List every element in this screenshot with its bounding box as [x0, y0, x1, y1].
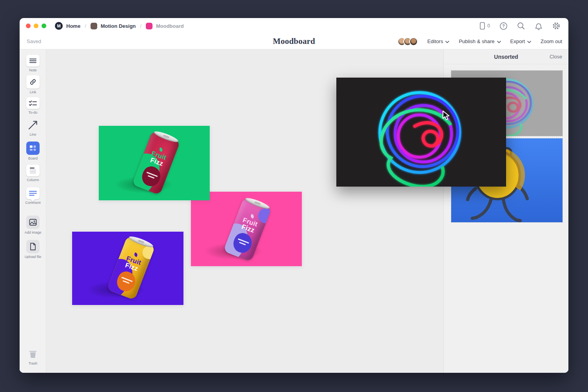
device-preview-button[interactable]: 0 — [479, 22, 490, 30]
tool-label: To-do — [29, 111, 38, 114]
editors-dropdown[interactable]: Editors — [427, 38, 449, 44]
sidebar-item-upload-file[interactable]: Upload file — [20, 240, 46, 259]
zoom-out-label: Zoom out — [541, 38, 562, 44]
save-status: Saved — [27, 38, 41, 44]
editor-avatars[interactable] — [397, 37, 418, 46]
upload-file-icon — [26, 240, 40, 253]
bell-icon — [535, 22, 543, 30]
breadcrumb-home[interactable]: Home — [66, 23, 80, 29]
tool-label: Upload file — [25, 255, 42, 259]
board-card-purple[interactable]: Fruit Fizz — [72, 232, 183, 305]
publish-share-dropdown[interactable]: Publish & share — [459, 38, 501, 44]
comment-icon — [26, 187, 40, 199]
unsorted-panel-header: Unsorted Close — [444, 49, 568, 64]
board-icon — [26, 142, 40, 155]
titlebar: M Home / Motion Design / Moodboard 0 ? — [20, 18, 568, 34]
can-logo-mark — [158, 147, 163, 152]
board-card-pink[interactable]: Fruit Fizz — [191, 192, 302, 266]
chevron-down-icon — [497, 41, 501, 43]
export-dropdown[interactable]: Export — [510, 38, 532, 44]
sidebar-item-line[interactable]: Line — [20, 119, 46, 136]
tool-label: Add image — [24, 230, 41, 234]
dragged-image-spiral[interactable] — [336, 78, 506, 187]
board-thumbnail-icon — [91, 23, 97, 29]
board-card-green[interactable]: Fruit Fizz — [99, 126, 210, 200]
tool-label: Note — [29, 68, 36, 72]
phone-icon — [479, 22, 486, 30]
trash-icon — [26, 348, 40, 360]
tool-label: Column — [27, 178, 39, 182]
notifications-button[interactable] — [535, 22, 543, 30]
close-panel-button[interactable]: Close — [550, 54, 562, 60]
breadcrumb-motion-design[interactable]: Motion Design — [101, 23, 136, 29]
tool-label: Board — [28, 156, 38, 160]
add-image-icon — [26, 216, 40, 229]
settings-button[interactable] — [552, 22, 561, 30]
sidebar-item-todo[interactable]: To-do — [20, 97, 46, 114]
app-window: M Home / Motion Design / Moodboard 0 ? — [20, 18, 568, 373]
help-button[interactable]: ? — [499, 22, 508, 30]
can-logo-mark — [133, 252, 138, 257]
tool-label: Link — [30, 90, 36, 94]
chevron-down-icon — [527, 41, 531, 43]
zoom-out-button[interactable]: Zoom out — [541, 38, 562, 44]
device-count: 0 — [487, 23, 490, 29]
sidebar-item-comment[interactable]: Comment — [20, 187, 46, 205]
close-window-button[interactable] — [26, 24, 31, 28]
sidebar-item-link[interactable]: Link — [20, 75, 46, 94]
link-icon — [26, 75, 40, 89]
chevron-down-icon — [445, 41, 449, 43]
document-header: Saved Moodboard Editors Publish & share — [20, 34, 568, 49]
editors-label: Editors — [427, 38, 443, 44]
export-label: Export — [510, 38, 525, 44]
search-icon — [517, 22, 525, 30]
column-icon — [26, 165, 40, 176]
tool-sidebar: Note Link To-do — [20, 49, 46, 373]
app-logo-icon: M — [55, 22, 63, 30]
breadcrumb-separator: / — [84, 23, 87, 29]
sidebar-item-trash[interactable]: Trash — [20, 348, 46, 365]
spiral-artwork — [336, 78, 506, 187]
sidebar-item-board[interactable]: Board — [20, 142, 46, 160]
soda-can-pink: Fruit Fizz — [223, 198, 271, 262]
search-button[interactable] — [517, 22, 525, 30]
soda-can-yellow: Fruit Fizz — [107, 236, 155, 300]
minimize-window-button[interactable] — [34, 24, 38, 28]
todo-icon — [26, 97, 40, 109]
sidebar-item-note[interactable]: Note — [20, 55, 46, 72]
zoom-window-button[interactable] — [42, 24, 46, 28]
tool-label: Line — [29, 132, 36, 136]
tool-label: Trash — [29, 361, 38, 365]
gear-icon — [552, 22, 561, 30]
avatar[interactable] — [409, 37, 418, 46]
line-icon — [26, 119, 40, 131]
breadcrumb: M Home / Motion Design / Moodboard — [55, 22, 184, 30]
can-logo-mark — [250, 214, 254, 218]
board-thumbnail-icon — [146, 23, 152, 29]
mouse-cursor-icon — [442, 111, 452, 121]
note-icon — [26, 55, 40, 67]
svg-text:?: ? — [502, 24, 505, 28]
publish-share-label: Publish & share — [459, 38, 494, 44]
breadcrumb-separator: / — [139, 23, 142, 29]
sidebar-item-column[interactable]: Column — [20, 165, 46, 182]
breadcrumb-moodboard[interactable]: Moodboard — [156, 23, 184, 29]
sidebar-item-add-image[interactable]: Add image — [20, 216, 46, 234]
traffic-lights — [26, 24, 46, 28]
help-icon: ? — [499, 22, 508, 30]
